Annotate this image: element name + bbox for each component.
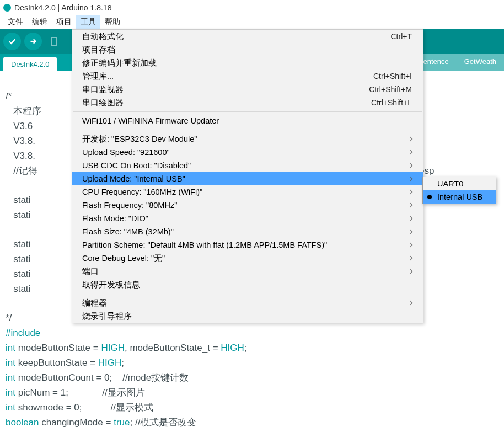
menu-item[interactable]: 串口监视器Ctrl+Shift+M [72, 83, 423, 96]
menu-item[interactable]: 取得开发板信息 [72, 278, 423, 291]
menu-item[interactable]: WiFi101 / WiFiNINA Firmware Updater [72, 114, 423, 127]
submenu-arrow-icon [408, 203, 412, 207]
tabbar-right: entence GetWeath [415, 54, 504, 71]
upload-button[interactable] [24, 33, 42, 50]
menu-file[interactable]: 文件 [3, 15, 28, 29]
submenu-internal-usb[interactable]: Internal USB [423, 190, 496, 204]
menu-item[interactable]: Core Debug Level: "无" [72, 252, 423, 265]
menu-item[interactable]: 项目存档 [72, 43, 423, 56]
menu-tools[interactable]: 工具 [76, 15, 100, 29]
keyboard-shortcut: Ctrl+T [391, 32, 412, 41]
menu-item[interactable]: Flash Size: "4MB (32Mb)" [72, 225, 423, 238]
menu-help[interactable]: 帮助 [100, 15, 125, 29]
menu-item[interactable]: 串口绘图器Ctrl+Shift+L [72, 96, 423, 109]
tab-right-1[interactable]: GetWeath [457, 54, 504, 71]
submenu-arrow-icon [408, 256, 412, 260]
menu-item[interactable]: 自动格式化Ctrl+T [72, 30, 423, 43]
tab-active[interactable]: DesInk4.2.0 [3, 57, 57, 71]
menu-item[interactable]: Flash Mode: "DIO" [72, 212, 423, 225]
menu-item[interactable]: 修正编码并重新加载 [72, 56, 423, 70]
submenu-arrow-icon [408, 243, 412, 247]
submenu-arrow-icon [408, 190, 412, 194]
submenu-arrow-icon [408, 177, 412, 181]
window-title: DesInk4.2.0 | Arduino 1.8.18 [14, 3, 111, 12]
tools-dropdown: 自动格式化Ctrl+T项目存档修正编码并重新加载管理库...Ctrl+Shift… [72, 29, 423, 323]
menu-item[interactable]: 开发板: "ESP32C3 Dev Module" [72, 132, 423, 146]
selected-dot-icon [427, 195, 432, 199]
keyboard-shortcut: Ctrl+Shift+M [369, 85, 412, 94]
submenu-arrow-icon [408, 150, 412, 154]
svg-rect-0 [51, 38, 57, 45]
titlebar: DesInk4.2.0 | Arduino 1.8.18 [0, 0, 504, 15]
submenu-arrow-icon [408, 216, 412, 221]
keyboard-shortcut: Ctrl+Shift+L [371, 98, 412, 107]
submenu-arrow-icon [408, 163, 412, 168]
submenu-arrow-icon [408, 301, 412, 305]
arduino-icon [3, 4, 11, 12]
submenu-uart0[interactable]: UART0 [423, 177, 496, 190]
submenu-arrow-icon [408, 230, 412, 234]
menu-item[interactable]: Upload Mode: "Internal USB" [72, 172, 423, 185]
menu-item[interactable]: Upload Speed: "921600" [72, 146, 423, 159]
menu-item[interactable]: 编程器 [72, 296, 423, 310]
keyboard-shortcut: Ctrl+Shift+I [373, 72, 412, 81]
menubar: 文件 编辑 项目 工具 帮助 [0, 15, 504, 29]
menu-item[interactable]: USB CDC On Boot: "Disabled" [72, 159, 423, 172]
menu-sketch[interactable]: 项目 [52, 15, 76, 29]
menu-item[interactable]: CPU Frequency: "160MHz (WiFi)" [72, 185, 423, 199]
menu-item[interactable]: 烧录引导程序 [72, 310, 423, 323]
upload-mode-submenu: UART0 Internal USB [422, 177, 496, 204]
menu-item[interactable]: Flash Frequency: "80MHz" [72, 199, 423, 212]
menu-item[interactable]: 管理库...Ctrl+Shift+I [72, 70, 423, 83]
verify-button[interactable] [3, 33, 21, 50]
menu-item[interactable]: Partition Scheme: "Default 4MB with ffat… [72, 238, 423, 252]
new-button[interactable] [45, 33, 63, 50]
menu-item[interactable]: 端口 [72, 265, 423, 278]
menu-edit[interactable]: 编辑 [28, 15, 52, 29]
submenu-arrow-icon [408, 137, 412, 141]
submenu-arrow-icon [408, 269, 412, 274]
